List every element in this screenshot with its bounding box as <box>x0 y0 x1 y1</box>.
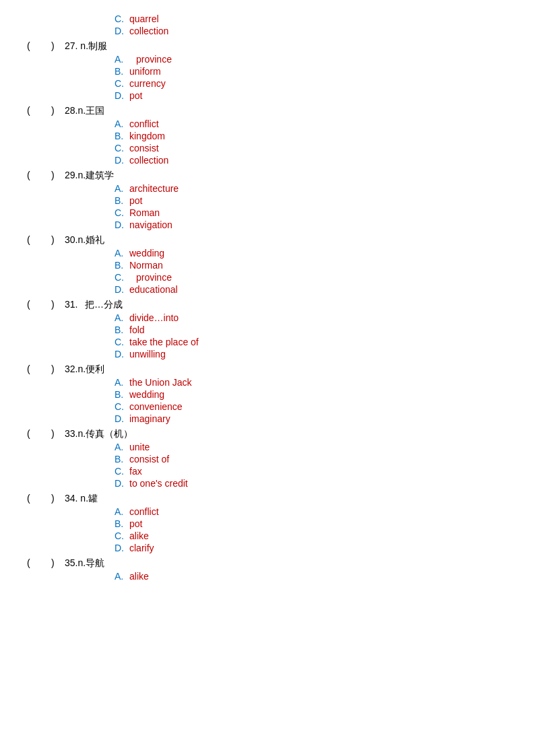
question-text: 便利 <box>86 364 104 376</box>
option-line: D. collection <box>115 26 508 36</box>
option-line: A. conflict <box>115 118 508 129</box>
option-line: B. Norman <box>115 260 508 271</box>
question-num: 30.n. <box>65 234 86 245</box>
bracket-left: ( <box>27 557 40 568</box>
option-line: C. fax <box>115 466 508 477</box>
bracket-right: ) <box>51 428 65 439</box>
options-block: A. conflict B. pot C. alike D. clarify <box>27 506 508 553</box>
option-line: B. uniform <box>115 66 508 77</box>
option-text: fold <box>129 324 145 335</box>
option-text: province <box>136 272 172 283</box>
option-line: C. Roman <box>115 207 508 218</box>
option-label: C. <box>115 143 128 153</box>
question-35: ( ) 35.n. 导航 A. alike <box>27 557 508 582</box>
bracket-left: ( <box>27 105 40 116</box>
option-line: D. imaginary <box>115 413 508 424</box>
option-text: conflict <box>129 506 159 517</box>
option-label: B. <box>115 195 128 206</box>
option-line: C. convenience <box>115 401 508 412</box>
option-text: kingdom <box>129 131 165 141</box>
question-line: ( ) 35.n. 导航 <box>27 557 508 570</box>
option-label: D. <box>115 219 128 230</box>
bracket-left: ( <box>27 428 40 439</box>
bracket-left: ( <box>27 299 40 310</box>
options-block: A. unite B. consist of C. fax D. to one'… <box>27 442 508 489</box>
option-line: C. quarrel <box>115 13 508 24</box>
option-line: B. fold <box>115 324 508 335</box>
option-label: D. <box>115 413 128 424</box>
option-text: clarify <box>129 543 154 553</box>
option-line: A. divide…into <box>115 312 508 323</box>
option-text: educational <box>129 284 178 295</box>
option-line: B. kingdom <box>115 131 508 141</box>
bracket-right: ) <box>51 557 65 568</box>
option-text: imaginary <box>129 413 170 424</box>
question-text: 制服 <box>88 40 107 53</box>
options-block: A. province B. uniform C. currency D. po… <box>27 54 508 101</box>
option-line: C. currency <box>115 78 508 89</box>
options-block: A. architecture B. pot C. Roman D. navig… <box>27 183 508 230</box>
question-30: ( ) 30.n. 婚礼 A. wedding B. Norman C. pro… <box>27 234 508 295</box>
option-label: C. <box>115 13 128 24</box>
question-text: 罐 <box>88 493 98 505</box>
question-31: ( ) 31. 把…分成 A. divide…into B. fold C. t… <box>27 299 508 359</box>
top-options: C. quarrel D. collection <box>27 13 508 36</box>
option-label: D. <box>115 90 128 101</box>
option-label: A. <box>115 571 128 582</box>
option-line: A. province <box>115 54 508 65</box>
option-text: convenience <box>129 401 183 412</box>
question-34: ( ) 34. n. 罐 A. conflict B. pot C. alike… <box>27 493 508 553</box>
option-line: D. educational <box>115 284 508 295</box>
option-text: pot <box>129 518 142 529</box>
option-label: C. <box>115 466 128 477</box>
option-text: fax <box>129 466 142 477</box>
question-text: 导航 <box>86 557 104 570</box>
option-line: A. architecture <box>115 183 508 194</box>
option-line: D. clarify <box>115 543 508 553</box>
option-text: alike <box>129 571 149 582</box>
exam-content: C. quarrel D. collection ( ) 27. n. 制服 A… <box>27 13 508 582</box>
question-num: 29.n. <box>65 170 86 180</box>
question-num: 33.n. <box>65 428 86 439</box>
option-text: architecture <box>129 183 179 194</box>
option-label: A. <box>115 506 128 517</box>
question-29: ( ) 29.n. 建筑学 A. architecture B. pot C. … <box>27 170 508 230</box>
option-label: B. <box>115 454 128 465</box>
question-27: ( ) 27. n. 制服 A. province B. uniform C. … <box>27 40 508 101</box>
bracket-left: ( <box>27 40 40 51</box>
question-line: ( ) 34. n. 罐 <box>27 493 508 505</box>
option-label: D. <box>115 349 128 359</box>
option-text: take the place of <box>129 337 199 347</box>
question-text: 婚礼 <box>86 234 104 246</box>
question-text: 把…分成 <box>85 299 123 311</box>
options-block: A. the Union Jack B. wedding C. convenie… <box>27 377 508 424</box>
option-label: D. <box>115 478 128 489</box>
bracket-left: ( <box>27 170 40 180</box>
option-label: A. <box>115 442 128 452</box>
option-line: B. wedding <box>115 389 508 400</box>
question-line: ( ) 33.n. 传真（机） <box>27 428 508 440</box>
option-label: B. <box>115 324 128 335</box>
option-line: A. conflict <box>115 506 508 517</box>
option-label: A. <box>115 312 128 323</box>
option-label: C. <box>115 337 128 347</box>
option-text: the Union Jack <box>129 377 192 388</box>
option-text: consist of <box>129 454 169 465</box>
bracket-right: ) <box>51 364 65 374</box>
bracket-left: ( <box>27 364 40 374</box>
bracket-left: ( <box>27 493 40 504</box>
option-label: C. <box>115 272 128 283</box>
option-label: C. <box>115 207 128 218</box>
option-label: A. <box>115 377 128 388</box>
option-label: C. <box>115 401 128 412</box>
option-text: pot <box>129 90 142 101</box>
option-line: B. pot <box>115 195 508 206</box>
bracket-left: ( <box>27 234 40 245</box>
question-num: 35.n. <box>65 557 86 568</box>
options-block: A. wedding B. Norman C. province D. educ… <box>27 248 508 295</box>
question-num: 34. n. <box>65 493 88 504</box>
option-line: B. consist of <box>115 454 508 465</box>
question-line: ( ) 29.n. 建筑学 <box>27 170 508 182</box>
question-text: 王国 <box>86 105 104 117</box>
option-text: collection <box>129 155 168 166</box>
